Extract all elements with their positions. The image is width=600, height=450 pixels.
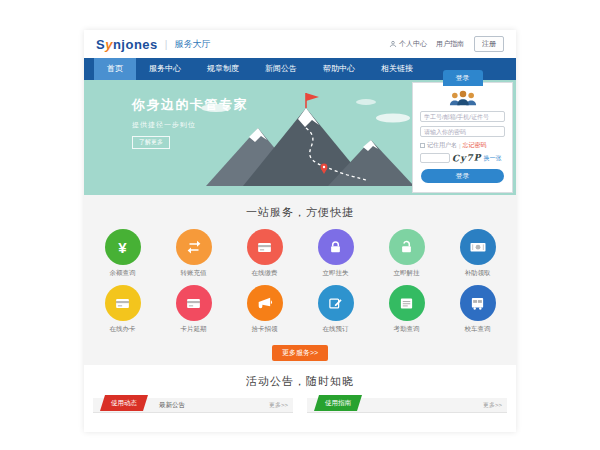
remember-checkbox[interactable] (420, 143, 425, 148)
person-icon (389, 40, 397, 48)
password-input[interactable] (420, 126, 505, 137)
logo-text: S (96, 37, 105, 52)
portal-name: 服务大厅 (174, 38, 210, 51)
page-container: Synjones | 服务大厅 个人中心 用户指南 注册 首页 服务中心 规章制… (84, 30, 516, 432)
service-label: 在线办卡 (87, 325, 158, 334)
transfer-icon (176, 229, 212, 265)
more-services-button[interactable]: 更多服务>> (272, 345, 328, 361)
yuan-icon: ¥ (105, 229, 141, 265)
personal-center-label: 个人中心 (399, 39, 427, 49)
service-label: 校车查询 (442, 325, 513, 334)
service-item-found-card[interactable]: 拾卡招领 (229, 285, 300, 334)
nav-item-home[interactable]: 首页 (94, 58, 136, 80)
service-label: 立即挂失 (300, 269, 371, 278)
announcements-title: 活动公告，随时知晓 (84, 374, 516, 389)
captcha-row: Cy7P 换一张 (420, 153, 505, 163)
panel-guide-header: 使用指南 更多>> (307, 398, 507, 413)
service-item-attendance[interactable]: 考勤查询 (371, 285, 442, 334)
username-input[interactable] (420, 111, 505, 122)
service-label: 考勤查询 (371, 325, 442, 334)
edit-icon (318, 285, 354, 321)
service-item-card-extension[interactable]: 卡片延期 (158, 285, 229, 334)
logo-accent-letter: y (105, 37, 113, 52)
services-section: 一站服务，方便快捷 ¥ 余额查询 转账充值 在线缴费 立即挂失 立即解挂 (84, 195, 516, 365)
service-label: 卡片延期 (158, 325, 229, 334)
login-panel: 登录 记住用户名 | 忘记密码 Cy7P 换一张 登录 (412, 82, 513, 193)
register-button[interactable]: 注册 (474, 36, 504, 52)
captcha-input[interactable] (420, 153, 450, 163)
unlock-icon (389, 229, 425, 265)
nav-item-links[interactable]: 相关链接 (368, 58, 426, 80)
captcha-image: Cy7P (452, 152, 482, 163)
logo-divider: | (165, 39, 168, 50)
hero-subtitle: 提供捷径一步到位 (132, 120, 248, 130)
card-icon (247, 229, 283, 265)
service-label: 转账充值 (158, 269, 229, 278)
service-label: 补助领取 (442, 269, 513, 278)
tab-usage-news[interactable]: 使用动态 (100, 395, 148, 411)
money-icon (460, 229, 496, 265)
service-item-apply-card[interactable]: 在线办卡 (87, 285, 158, 334)
service-item-pay-online[interactable]: 在线缴费 (229, 229, 300, 278)
logo-text-rest: njones (113, 37, 158, 52)
personal-center-link[interactable]: 个人中心 (389, 39, 427, 49)
tab-user-guide[interactable]: 使用指南 (314, 395, 362, 411)
user-guide-link[interactable]: 用户指南 (436, 39, 464, 49)
hero-text-block: 你身边的卡管专家 提供捷径一步到位 了解更多 (132, 96, 248, 149)
users-icon (446, 89, 480, 107)
nav-item-service-center[interactable]: 服务中心 (136, 58, 194, 80)
forgot-password-link[interactable]: 忘记密码 (463, 141, 487, 150)
services-title: 一站服务，方便快捷 (84, 205, 516, 220)
service-item-balance[interactable]: ¥ 余额查询 (87, 229, 158, 278)
service-item-transfer[interactable]: 转账充值 (158, 229, 229, 278)
service-item-school-bus[interactable]: 校车查询 (442, 285, 513, 334)
options-divider: | (459, 143, 461, 149)
top-header: Synjones | 服务大厅 个人中心 用户指南 注册 (84, 30, 516, 58)
service-item-unfreeze[interactable]: 立即解挂 (371, 229, 442, 278)
megaphone-icon (247, 285, 283, 321)
service-item-report-loss[interactable]: 立即挂失 (300, 229, 371, 278)
attendance-icon (389, 285, 425, 321)
remember-label: 记住用户名 (427, 141, 457, 150)
login-tab[interactable]: 登录 (443, 70, 483, 86)
service-label: 在线预订 (300, 325, 371, 334)
announcement-panels: 使用动态 最新公告 更多>> 使用指南 更多>> (93, 398, 507, 413)
card-icon (176, 285, 212, 321)
captcha-refresh-link[interactable]: 换一张 (483, 154, 501, 163)
login-submit-button[interactable]: 登录 (421, 169, 504, 183)
tab-latest-announcements[interactable]: 最新公告 (159, 401, 185, 410)
bus-icon (460, 285, 496, 321)
login-options-row: 记住用户名 | 忘记密码 (420, 141, 505, 150)
hero-banner: 你身边的卡管专家 提供捷径一步到位 了解更多 登录 记住用户名 | 忘记密码 C (84, 80, 516, 195)
panel-guide: 使用指南 更多>> (307, 398, 507, 413)
lock-icon (318, 229, 354, 265)
panel-news: 使用动态 最新公告 更多>> (93, 398, 293, 413)
hero-cta-button[interactable]: 了解更多 (132, 136, 170, 149)
service-item-subsidy[interactable]: 补助领取 (442, 229, 513, 278)
service-label: 立即解挂 (371, 269, 442, 278)
panel-news-header: 使用动态 最新公告 更多>> (93, 398, 293, 413)
nav-item-help[interactable]: 帮助中心 (310, 58, 368, 80)
more-link-left[interactable]: 更多>> (269, 401, 288, 410)
services-grid: ¥ 余额查询 转账充值 在线缴费 立即挂失 立即解挂 补助领取 (87, 229, 513, 341)
service-item-online-booking[interactable]: 在线预订 (300, 285, 371, 334)
service-label: 余额查询 (87, 269, 158, 278)
card-icon (105, 285, 141, 321)
service-label: 拾卡招领 (229, 325, 300, 334)
announcements-section: 活动公告，随时知晓 使用动态 最新公告 更多>> 使用指南 更多>> (84, 365, 516, 432)
user-guide-label: 用户指南 (436, 39, 464, 49)
nav-item-rules[interactable]: 规章制度 (194, 58, 252, 80)
nav-item-news[interactable]: 新闻公告 (252, 58, 310, 80)
more-link-right[interactable]: 更多>> (483, 401, 502, 410)
service-label: 在线缴费 (229, 269, 300, 278)
logo[interactable]: Synjones (96, 37, 158, 52)
hero-title: 你身边的卡管专家 (132, 96, 248, 114)
